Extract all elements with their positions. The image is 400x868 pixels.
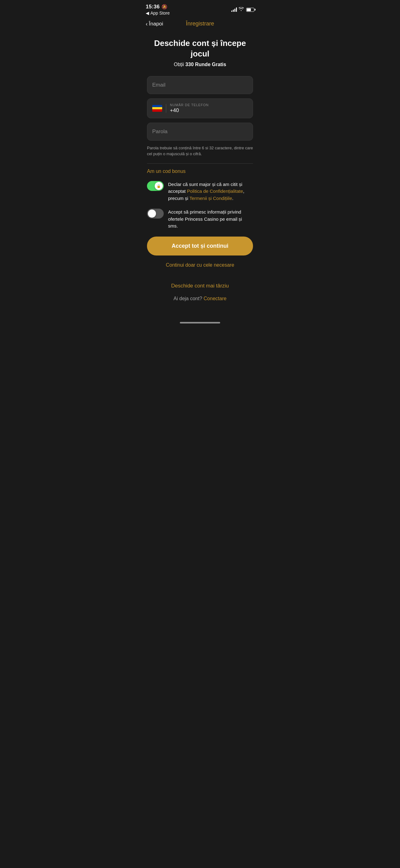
deschide-cont-link[interactable]: Deschide cont mai târziu — [147, 283, 253, 289]
email-field-container — [147, 76, 253, 94]
flag-container — [152, 105, 162, 112]
chevron-left-icon: ◀ — [146, 10, 149, 16]
password-field-container — [147, 123, 253, 141]
email-input[interactable] — [152, 82, 248, 88]
back-label: Înapoi — [149, 21, 163, 27]
signal-icon — [231, 7, 237, 12]
marketing-toggle-text: Accept să primesc informații privind ofe… — [168, 209, 253, 230]
nav-header: ‹ Înapoi Înregistrare — [139, 17, 261, 32]
bell-icon: 🔕 — [162, 4, 167, 10]
main-content: Deschide cont și începe jocul Obții 330 … — [139, 32, 261, 319]
marketing-toggle-container — [147, 209, 164, 219]
home-indicator — [139, 319, 261, 326]
toggle-thumb: 🔒 — [155, 182, 163, 190]
main-heading: Deschide cont și începe jocul — [147, 38, 253, 59]
phone-code: +40 — [170, 107, 209, 114]
subtitle-bold: 330 Runde Gratis — [186, 62, 226, 67]
phone-divider — [166, 104, 166, 113]
marketing-toggle-row: Accept să primesc informații privind ofe… — [147, 209, 253, 230]
status-left: 15:36 🔕 ◀ App Store — [146, 4, 170, 16]
terms-conditions-link[interactable]: Termenii și Condițiile — [190, 195, 232, 201]
section-divider — [147, 163, 253, 164]
page-title: Înregistrare — [186, 21, 214, 27]
secondary-continue-link[interactable]: Continui doar cu cele necesare — [147, 262, 253, 268]
status-bar: 15:36 🔕 ◀ App Store — [139, 0, 261, 17]
phone-info: NUMĂR DE TELEFON +40 — [170, 103, 209, 114]
status-time: 15:36 🔕 — [146, 4, 167, 10]
accept-button[interactable]: Accept tot și continui — [147, 237, 253, 255]
privacy-policy-link[interactable]: Politica de Confidențialitate — [187, 188, 243, 194]
phone-field-container[interactable]: NUMĂR DE TELEFON +40 — [147, 98, 253, 118]
romania-flag — [152, 105, 162, 112]
back-button[interactable]: ‹ Înapoi — [146, 21, 163, 27]
password-hint: Parola trebuie să conțină între 6 si 32 … — [147, 145, 253, 157]
app-store-label: App Store — [151, 10, 170, 16]
bonus-code-link[interactable]: Am un cod bonus — [147, 168, 253, 174]
app-store-back[interactable]: ◀ App Store — [146, 10, 170, 16]
marketing-toggle[interactable] — [147, 209, 164, 219]
already-account-label: Ai deja cont? — [174, 296, 202, 301]
terms-toggle-row: 🔒 Declar că sunt major și că am citit și… — [147, 181, 253, 202]
conectare-link[interactable]: Conectare — [204, 296, 227, 301]
back-chevron-icon: ‹ — [146, 21, 147, 27]
battery-icon — [246, 8, 254, 12]
terms-toggle-text: Declar că sunt major și că am citit și a… — [168, 181, 253, 202]
time-display: 15:36 — [146, 4, 160, 10]
already-account-text: Ai deja cont? Conectare — [147, 296, 253, 302]
password-input[interactable] — [152, 128, 248, 135]
toggle-thumb-2 — [148, 210, 156, 218]
wifi-icon — [239, 7, 244, 12]
subtitle-text: Obții — [174, 62, 186, 67]
subtitle: Obții 330 Runde Gratis — [147, 62, 253, 67]
terms-toggle[interactable]: 🔒 — [147, 181, 164, 191]
phone-label: NUMĂR DE TELEFON — [170, 103, 209, 107]
terms-toggle-container: 🔒 — [147, 181, 164, 191]
status-right — [231, 7, 254, 12]
home-bar — [180, 322, 220, 323]
